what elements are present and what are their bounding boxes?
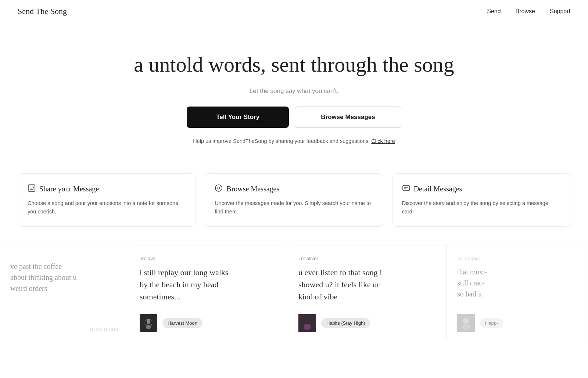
msg-footer-2: Habits (Stay High) (298, 314, 436, 332)
hero-title: a untold words, sent through the song (18, 53, 570, 77)
features-section: Share your Message Choose a song and pou… (0, 159, 588, 234)
feature-header-share: Share your Message (28, 184, 186, 194)
msg-footer-1: Harvest Moon (140, 314, 277, 332)
feature-desc-browse: Uncover the messages made for you. Simpl… (215, 199, 373, 216)
feature-card-browse: Browse Messages Uncover the messages mad… (205, 173, 383, 227)
svg-point-17 (463, 318, 469, 324)
msg-text-3: that movi-still crac-so bad it (457, 266, 577, 307)
feature-desc-share: Choose a song and pour your emotions int… (28, 199, 186, 216)
msg-song-badge-ava: Harvest Moon (162, 318, 202, 328)
album-art-svg-oliver (298, 314, 316, 332)
feature-desc-detail: Discover the story and enjoy the song by… (402, 199, 560, 216)
hero-section: a untold words, sent through the song Le… (0, 23, 588, 159)
feature-header-detail: Detail Messages (402, 184, 560, 194)
hero-buttons: Tell Your Story Browse Messages (18, 107, 570, 128)
msg-text-0: ve past the coffeeabout thinking about u… (10, 261, 119, 301)
album-art-svg-sophia (457, 314, 475, 332)
hero-feedback: Help us improve SendTheSong by sharing y… (18, 138, 570, 144)
browse-icon (215, 184, 223, 194)
nav-links: Send Browse Support (487, 8, 570, 15)
navbar: Send The Song Send Browse Support (0, 0, 588, 23)
msg-song-badge-oliver: Habits (Stay High) (321, 318, 370, 328)
feature-title-browse: Browse Messages (226, 185, 279, 193)
feature-card-detail: Detail Messages Discover the story and e… (392, 173, 570, 227)
album-art-svg-ava (140, 314, 157, 332)
messages-strip: ve past the coffeeabout thinking about u… (0, 234, 588, 341)
svg-rect-18 (462, 324, 470, 330)
message-card-oliver[interactable]: To: oliver u ever listen to that song is… (288, 245, 447, 341)
site-logo[interactable]: Send The Song (18, 7, 67, 16)
nav-send-link[interactable]: Send (487, 8, 501, 15)
message-card-partial-left[interactable]: ve past the coffeeabout thinking about u… (0, 245, 129, 341)
message-card-ava[interactable]: To: ava i still replay our long walksby … (129, 245, 288, 341)
svg-point-3 (215, 185, 222, 191)
tell-story-button[interactable]: Tell Your Story (187, 107, 289, 128)
feedback-text: Help us improve SendTheSong by sharing y… (193, 138, 370, 144)
nav-browse-link[interactable]: Browse (516, 8, 535, 15)
svg-rect-5 (403, 186, 409, 191)
svg-point-11 (147, 319, 150, 324)
hero-subtitle: Let the song say what you can't. (18, 87, 570, 95)
album-art-oliver (298, 314, 316, 332)
feature-title-share: Share your Message (39, 185, 99, 193)
msg-text-1: i still replay our long walksby the beac… (140, 266, 277, 307)
feedback-link[interactable]: Click here (371, 138, 395, 144)
msg-song-badge-sophia: Happ- (480, 318, 503, 328)
feature-header-browse: Browse Messages (215, 184, 373, 194)
msg-to-1: To: ava (140, 256, 277, 261)
svg-rect-15 (304, 324, 311, 330)
album-art-sophia (457, 314, 475, 332)
detail-icon (402, 184, 410, 194)
feature-title-detail: Detail Messages (414, 185, 462, 193)
msg-to-3: To: sophia (457, 256, 577, 261)
msg-text-2: u ever listen to that song ishowed u? it… (298, 266, 436, 307)
svg-rect-12 (146, 325, 151, 329)
nav-support-link[interactable]: Support (550, 8, 570, 15)
share-icon (28, 184, 36, 194)
svg-point-4 (218, 187, 220, 189)
msg-sender-0: RLEY QUINN (90, 327, 119, 332)
browse-messages-button[interactable]: Browse Messages (295, 107, 401, 128)
message-card-partial-right[interactable]: To: sophia that movi-still crac-so bad i… (447, 245, 588, 341)
album-art-ava (140, 314, 157, 332)
feature-card-share: Share your Message Choose a song and pou… (18, 173, 196, 227)
msg-to-2: To: oliver (298, 256, 436, 261)
msg-footer-3: Happ- (457, 314, 577, 332)
